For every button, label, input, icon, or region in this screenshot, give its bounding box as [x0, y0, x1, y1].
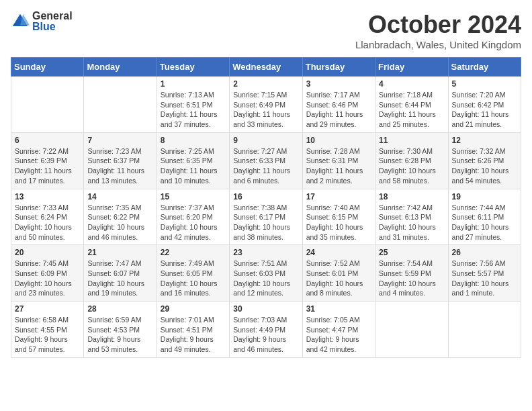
- calendar-week-row: 1Sunrise: 7:13 AMSunset: 6:51 PMDaylight…: [11, 77, 521, 133]
- day-number: 26: [452, 248, 517, 257]
- calendar-cell: 24Sunrise: 7:52 AMSunset: 6:01 PMDayligh…: [302, 245, 375, 302]
- logo-blue-text: Blue: [32, 21, 73, 32]
- calendar-cell: [84, 77, 157, 133]
- day-info: Sunrise: 7:33 AMSunset: 6:24 PMDaylight:…: [15, 203, 80, 242]
- day-number: 25: [379, 248, 444, 257]
- logo: General Blue: [11, 11, 73, 32]
- calendar-cell: 18Sunrise: 7:42 AMSunset: 6:13 PMDayligh…: [375, 189, 448, 245]
- day-info: Sunrise: 7:05 AMSunset: 4:47 PMDaylight:…: [306, 315, 371, 355]
- day-number: 18: [379, 192, 444, 201]
- day-number: 28: [87, 304, 152, 314]
- calendar-cell: 11Sunrise: 7:30 AMSunset: 6:28 PMDayligh…: [375, 132, 448, 189]
- day-info: Sunrise: 7:25 AMSunset: 6:35 PMDaylight:…: [161, 146, 226, 186]
- calendar-week-row: 6Sunrise: 7:22 AMSunset: 6:39 PMDaylight…: [11, 132, 521, 189]
- day-info: Sunrise: 7:17 AMSunset: 6:46 PMDaylight:…: [306, 90, 371, 130]
- weekday-header: Saturday: [448, 58, 521, 77]
- day-number: 17: [306, 192, 371, 201]
- weekday-header: Friday: [375, 58, 448, 77]
- day-number: 7: [87, 136, 152, 145]
- calendar-week-row: 20Sunrise: 7:45 AMSunset: 6:09 PMDayligh…: [11, 245, 521, 302]
- day-info: Sunrise: 6:59 AMSunset: 4:53 PMDaylight:…: [87, 315, 152, 355]
- calendar-table: SundayMondayTuesdayWednesdayThursdayFrid…: [11, 57, 521, 358]
- calendar-cell: 22Sunrise: 7:49 AMSunset: 6:05 PMDayligh…: [157, 245, 229, 302]
- day-number: 22: [161, 248, 226, 257]
- weekday-header-row: SundayMondayTuesdayWednesdayThursdayFrid…: [11, 58, 521, 77]
- calendar-cell: 15Sunrise: 7:37 AMSunset: 6:20 PMDayligh…: [157, 189, 229, 245]
- calendar-cell: 4Sunrise: 7:18 AMSunset: 6:44 PMDaylight…: [375, 77, 448, 133]
- day-number: 9: [233, 136, 298, 145]
- day-info: Sunrise: 7:35 AMSunset: 6:22 PMDaylight:…: [87, 203, 152, 242]
- calendar-cell: 23Sunrise: 7:51 AMSunset: 6:03 PMDayligh…: [230, 245, 302, 302]
- logo-general-text: General: [32, 11, 73, 21]
- day-info: Sunrise: 7:54 AMSunset: 5:59 PMDaylight:…: [379, 259, 444, 298]
- calendar-cell: 30Sunrise: 7:03 AMSunset: 4:49 PMDayligh…: [230, 302, 302, 358]
- day-info: Sunrise: 7:18 AMSunset: 6:44 PMDaylight:…: [379, 90, 444, 130]
- day-number: 2: [233, 79, 298, 89]
- day-number: 21: [87, 248, 152, 257]
- day-number: 11: [379, 136, 444, 145]
- calendar-cell: 5Sunrise: 7:20 AMSunset: 6:42 PMDaylight…: [448, 77, 521, 133]
- day-number: 1: [161, 79, 226, 89]
- day-info: Sunrise: 7:40 AMSunset: 6:15 PMDaylight:…: [306, 203, 371, 242]
- calendar-cell: [375, 302, 448, 358]
- day-info: Sunrise: 6:58 AMSunset: 4:55 PMDaylight:…: [15, 315, 80, 355]
- calendar-cell: 8Sunrise: 7:25 AMSunset: 6:35 PMDaylight…: [157, 132, 229, 189]
- day-number: 12: [452, 136, 517, 145]
- day-info: Sunrise: 7:15 AMSunset: 6:49 PMDaylight:…: [233, 90, 298, 130]
- calendar-cell: 3Sunrise: 7:17 AMSunset: 6:46 PMDaylight…: [302, 77, 375, 133]
- day-number: 19: [452, 192, 517, 201]
- day-info: Sunrise: 7:23 AMSunset: 6:37 PMDaylight:…: [87, 146, 152, 186]
- calendar-cell: 16Sunrise: 7:38 AMSunset: 6:17 PMDayligh…: [230, 189, 302, 245]
- calendar-cell: 6Sunrise: 7:22 AMSunset: 6:39 PMDaylight…: [11, 132, 84, 189]
- title-area: October 2024 Llanbradach, Wales, United …: [355, 11, 521, 50]
- calendar-cell: 13Sunrise: 7:33 AMSunset: 6:24 PMDayligh…: [11, 189, 84, 245]
- day-info: Sunrise: 7:32 AMSunset: 6:26 PMDaylight:…: [452, 146, 517, 186]
- calendar-cell: 17Sunrise: 7:40 AMSunset: 6:15 PMDayligh…: [302, 189, 375, 245]
- day-info: Sunrise: 7:44 AMSunset: 6:11 PMDaylight:…: [452, 203, 517, 242]
- day-number: 5: [452, 79, 517, 89]
- page-header: General Blue October 2024 Llanbradach, W…: [11, 11, 521, 50]
- calendar-cell: 14Sunrise: 7:35 AMSunset: 6:22 PMDayligh…: [84, 189, 157, 245]
- day-info: Sunrise: 7:13 AMSunset: 6:51 PMDaylight:…: [161, 90, 226, 130]
- day-info: Sunrise: 7:52 AMSunset: 6:01 PMDaylight:…: [306, 259, 371, 298]
- calendar-cell: 26Sunrise: 7:56 AMSunset: 5:57 PMDayligh…: [448, 245, 521, 302]
- day-number: 24: [306, 248, 371, 257]
- calendar-cell: 29Sunrise: 7:01 AMSunset: 4:51 PMDayligh…: [157, 302, 229, 358]
- calendar-cell: 28Sunrise: 6:59 AMSunset: 4:53 PMDayligh…: [84, 302, 157, 358]
- day-info: Sunrise: 7:28 AMSunset: 6:31 PMDaylight:…: [306, 146, 371, 186]
- month-title: October 2024: [355, 11, 521, 39]
- day-number: 13: [15, 192, 80, 201]
- day-info: Sunrise: 7:45 AMSunset: 6:09 PMDaylight:…: [15, 259, 80, 298]
- calendar-cell: 2Sunrise: 7:15 AMSunset: 6:49 PMDaylight…: [230, 77, 302, 133]
- day-number: 27: [15, 304, 80, 314]
- day-number: 4: [379, 79, 444, 89]
- day-number: 29: [161, 304, 226, 314]
- day-info: Sunrise: 7:38 AMSunset: 6:17 PMDaylight:…: [233, 203, 298, 242]
- day-info: Sunrise: 7:42 AMSunset: 6:13 PMDaylight:…: [379, 203, 444, 242]
- calendar-cell: 27Sunrise: 6:58 AMSunset: 4:55 PMDayligh…: [11, 302, 84, 358]
- day-number: 30: [233, 304, 298, 314]
- calendar-cell: 7Sunrise: 7:23 AMSunset: 6:37 PMDaylight…: [84, 132, 157, 189]
- calendar-cell: 9Sunrise: 7:27 AMSunset: 6:33 PMDaylight…: [230, 132, 302, 189]
- calendar-cell: 31Sunrise: 7:05 AMSunset: 4:47 PMDayligh…: [302, 302, 375, 358]
- day-number: 15: [161, 192, 226, 201]
- day-info: Sunrise: 7:03 AMSunset: 4:49 PMDaylight:…: [233, 315, 298, 355]
- calendar-cell: 19Sunrise: 7:44 AMSunset: 6:11 PMDayligh…: [448, 189, 521, 245]
- day-number: 6: [15, 136, 80, 145]
- day-number: 14: [87, 192, 152, 201]
- calendar-week-row: 13Sunrise: 7:33 AMSunset: 6:24 PMDayligh…: [11, 189, 521, 245]
- day-info: Sunrise: 7:49 AMSunset: 6:05 PMDaylight:…: [161, 259, 226, 298]
- day-info: Sunrise: 7:51 AMSunset: 6:03 PMDaylight:…: [233, 259, 298, 298]
- weekday-header: Wednesday: [230, 58, 302, 77]
- day-info: Sunrise: 7:01 AMSunset: 4:51 PMDaylight:…: [161, 315, 226, 355]
- location-text: Llanbradach, Wales, United Kingdom: [355, 39, 521, 50]
- day-number: 8: [161, 136, 226, 145]
- calendar-cell: 21Sunrise: 7:47 AMSunset: 6:07 PMDayligh…: [84, 245, 157, 302]
- weekday-header: Thursday: [302, 58, 375, 77]
- day-info: Sunrise: 7:20 AMSunset: 6:42 PMDaylight:…: [452, 90, 517, 130]
- day-info: Sunrise: 7:22 AMSunset: 6:39 PMDaylight:…: [15, 146, 80, 186]
- day-number: 3: [306, 79, 371, 89]
- day-number: 23: [233, 248, 298, 257]
- calendar-cell: 12Sunrise: 7:32 AMSunset: 6:26 PMDayligh…: [448, 132, 521, 189]
- calendar-cell: 20Sunrise: 7:45 AMSunset: 6:09 PMDayligh…: [11, 245, 84, 302]
